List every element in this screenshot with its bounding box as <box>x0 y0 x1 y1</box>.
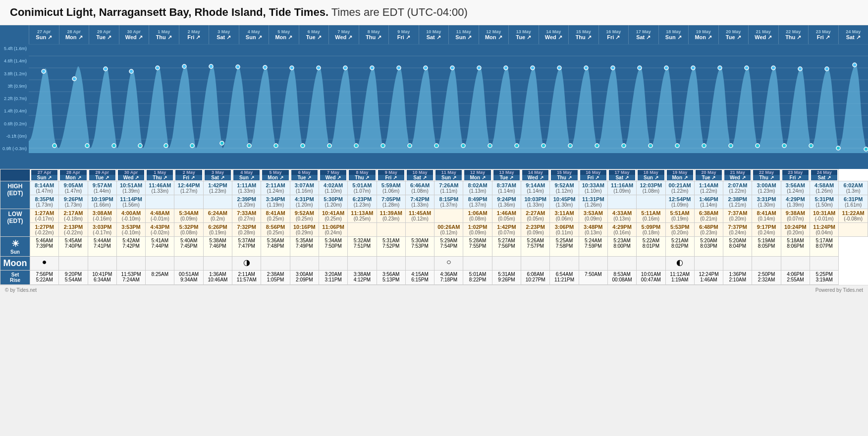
svg-point-64 <box>675 144 679 148</box>
col-header-11: 8 MayThu ↗ <box>348 169 377 181</box>
high-1-8: 2:11AM(1.24m) <box>261 181 290 195</box>
sun-0: 5:46AM7:39PM <box>30 237 59 257</box>
low-2-9: 10:16PM(0.29m) <box>290 223 319 237</box>
low-1-15: 1:06AM(0.08m) <box>463 209 492 223</box>
low-2-26: 10:24PM(0.20m) <box>781 223 810 237</box>
col-header-1: 28 AprMon ↗ <box>59 169 88 181</box>
chart-col-21: 18 MaySun ↗ <box>658 25 689 44</box>
svg-point-50 <box>301 144 305 148</box>
high-1-4: 11:46AM(1.33m) <box>146 181 174 195</box>
high-2-16: 9:24PM(1.36m) <box>492 195 521 209</box>
moon-22: ◐ <box>665 257 694 271</box>
sun-14: 5:29AM7:54PM <box>434 237 463 257</box>
low-2-12 <box>377 223 405 237</box>
sun-15: 5:28AM7:55PM <box>463 237 492 257</box>
high-1-20: 11:16AM(1.09m) <box>607 181 636 195</box>
low-2-28 <box>839 223 868 237</box>
moon-19 <box>579 257 607 271</box>
low-1-19: 3:53AM(0.09m) <box>579 209 607 223</box>
high-1-6: 1:42PM(1.23m) <box>203 181 232 195</box>
svg-point-17 <box>236 65 240 69</box>
chart-col-15: 12 MayMon ↗ <box>479 25 509 44</box>
high-tide-row-2: 8:35PM(1.73m)9:26PM(1.73m)10:19PM(1.66m)… <box>0 195 868 209</box>
low-1-5: 5:34AM(0.09m) <box>174 209 203 223</box>
setrise-0: 7:56PM5:22AM <box>30 271 59 285</box>
svg-point-69 <box>809 144 813 148</box>
sun-20: 5:23AM8:00PM <box>607 237 636 257</box>
low-2-27: 11:24PM(0.04m) <box>810 223 839 237</box>
svg-point-68 <box>782 144 786 148</box>
high-1-17: 9:14AM(1.14m) <box>521 181 550 195</box>
svg-point-54 <box>408 144 412 148</box>
setrise-16: 5:31AM9:26PM <box>492 271 521 285</box>
low-2-20: 4:29PM(0.16m) <box>607 223 636 237</box>
svg-point-70 <box>836 146 840 150</box>
col-header-24: 21 MayWed ↗ <box>723 169 752 181</box>
col-header-15: 12 MayMon ↗ <box>463 169 492 181</box>
title-main: Conimicut Light, Narragansett Bay, Rhode… <box>10 6 328 18</box>
chart-col-16: 13 MayTue ↗ <box>508 25 539 44</box>
low-2-17: 2:23PM(0.09m) <box>521 223 550 237</box>
sun-18: 5:25AM7:58PM <box>550 237 579 257</box>
chart-col-0: 27 AprSun ↗ <box>29 25 59 44</box>
high-2-13: 7:42PM(1.33m) <box>405 195 434 209</box>
low-label: LOW (EDT) <box>0 209 30 237</box>
svg-point-52 <box>354 144 358 148</box>
setrise-12: 3:56AM5:13PM <box>377 271 405 285</box>
moon-3 <box>116 257 145 271</box>
svg-point-26 <box>477 66 481 70</box>
col-header-8: 5 MayMon ↗ <box>261 169 290 181</box>
chart-col-2: 29 AprTue ↗ <box>89 25 119 44</box>
col-header-17: 14 MayWed ↗ <box>521 169 550 181</box>
high-2-5 <box>174 195 203 209</box>
y-label-4: 2.2ft (0.7m) <box>0 96 29 101</box>
svg-point-42 <box>85 144 89 148</box>
moon-27 <box>810 257 839 271</box>
svg-point-39 <box>825 67 829 71</box>
high-2-2: 10:19PM(1.66m) <box>88 195 116 209</box>
low-2-22: 5:53PM(0.20m) <box>665 223 694 237</box>
high-1-18: 9:52AM(1.12m) <box>550 181 579 195</box>
sun-2: 5:44AM7:41PM <box>88 237 116 257</box>
svg-point-18 <box>263 65 267 69</box>
svg-point-12 <box>104 67 108 71</box>
svg-point-58 <box>515 144 519 148</box>
moon-1 <box>59 257 88 271</box>
high-1-23: 1:14AM(1.22m) <box>694 181 723 195</box>
moon-23 <box>694 257 723 271</box>
sun-1: 5:45AM7:40PM <box>59 237 88 257</box>
chart-col-1: 28 AprMon ↗ <box>59 25 89 44</box>
svg-point-19 <box>290 66 294 70</box>
page-title: Conimicut Light, Narragansett Bay, Rhode… <box>0 0 868 25</box>
moon-9 <box>290 257 319 271</box>
moon-14: ○ <box>434 257 463 271</box>
moon-26 <box>781 257 810 271</box>
high-2-10: 5:30PM(1.20m) <box>319 195 347 209</box>
svg-point-30 <box>584 66 588 70</box>
col-header-4: 1 MayThu ↗ <box>146 169 174 181</box>
high-1-3: 10:51AM(1.39m) <box>116 181 145 195</box>
low-2-6: 6:26PM(0.19m) <box>203 223 232 237</box>
chart-col-20: 17 MaySat ↗ <box>628 25 658 44</box>
sun-25: 5:19AM8:05PM <box>752 237 781 257</box>
low-1-26: 9:38AM(0.07m) <box>781 209 810 223</box>
svg-point-29 <box>557 66 561 70</box>
moon-8 <box>261 257 290 271</box>
setrise-3: 11:53PM7:24AM <box>116 271 145 285</box>
chart-col-17: 14 MayWed ↗ <box>539 25 569 44</box>
setrise-23: 12:24PM1:46AM <box>694 271 723 285</box>
col-header-10: 7 MayWed ↗ <box>319 169 347 181</box>
y-label-5: 1.4ft (0.4m) <box>0 109 29 113</box>
col-header-16: 13 MayTue ↗ <box>492 169 521 181</box>
high-2-9: 4:31PM(1.20m) <box>290 195 319 209</box>
svg-point-65 <box>702 144 706 148</box>
svg-point-27 <box>504 66 508 70</box>
setrise-8: 2:38AM1:05PM <box>261 271 290 285</box>
col-header-9: 6 MayTue ↗ <box>290 169 319 181</box>
moon-12 <box>377 257 405 271</box>
col-header-21: 18 MaySun ↗ <box>637 169 665 181</box>
svg-point-44 <box>138 144 142 148</box>
svg-point-71 <box>864 147 868 151</box>
setrise-25: 2:50PM2:32AM <box>752 271 781 285</box>
high-tide-row-1: HIGH (EDT) 8:14AM(1.47m)9:05AM(1.47m)9:5… <box>0 181 868 195</box>
